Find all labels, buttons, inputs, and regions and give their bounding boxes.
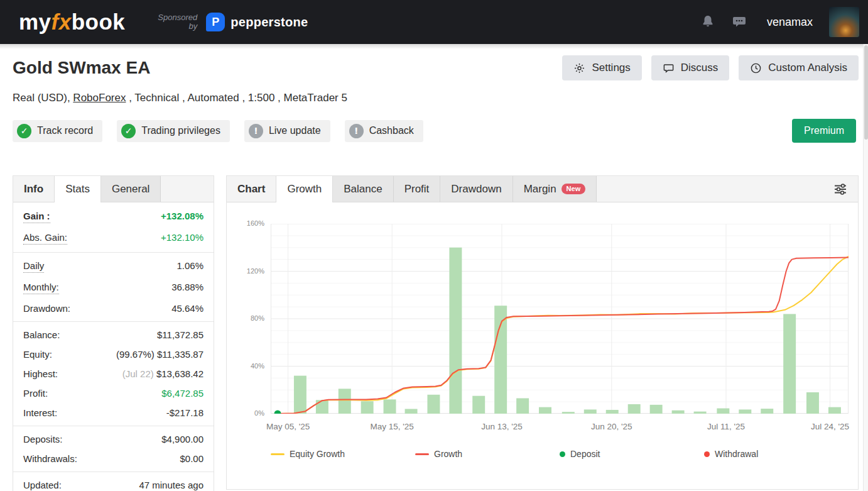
- chart-settings-sliders-icon[interactable]: [833, 182, 848, 197]
- tab-drawdown[interactable]: Drawdown: [440, 176, 513, 202]
- legend-withdrawal[interactable]: Withdrawal: [704, 449, 849, 459]
- gain-bar[interactable]: [606, 410, 619, 414]
- stat-label: Daily: [23, 260, 44, 273]
- check-circle-icon: ✓: [17, 124, 31, 138]
- badge-track-record[interactable]: ✓ Track record: [13, 120, 102, 142]
- stat-value: $11,372.85: [157, 329, 203, 340]
- notifications-bell-icon[interactable]: [700, 14, 715, 30]
- gain-bar[interactable]: [783, 314, 796, 414]
- avatar[interactable]: [829, 7, 859, 37]
- gain-bar[interactable]: [650, 405, 663, 414]
- stat-label: Deposits:: [23, 434, 63, 444]
- gain-bar[interactable]: [405, 409, 418, 414]
- stat-value: 1.06%: [176, 260, 203, 271]
- tab-profit[interactable]: Profit: [394, 176, 441, 202]
- exclamation-circle-icon: !: [249, 124, 263, 138]
- badge-live-update[interactable]: ! Live update: [244, 120, 330, 142]
- gain-bar[interactable]: [562, 412, 575, 414]
- logo-fx-text: fx: [52, 9, 72, 34]
- tab-chart[interactable]: Chart: [227, 176, 276, 202]
- tab-margin[interactable]: Margin New: [513, 176, 597, 202]
- stats-table: Gain :+132.08%Abs. Gain:+132.10%Daily1.0…: [13, 202, 214, 491]
- page-scrollbar[interactable]: [863, 44, 868, 491]
- y-axis-label: 160%: [234, 219, 264, 227]
- username[interactable]: venamax: [767, 16, 813, 29]
- divider: [13, 321, 214, 322]
- gain-bar[interactable]: [294, 376, 307, 414]
- tab-general[interactable]: General: [101, 176, 161, 202]
- tab-stats[interactable]: Stats: [54, 176, 101, 202]
- gain-bar[interactable]: [828, 407, 841, 414]
- page-title: Gold SWmax EA: [13, 58, 150, 78]
- gain-bar[interactable]: [316, 400, 328, 414]
- tab-growth[interactable]: Growth: [276, 176, 333, 202]
- stat-row: Deposits:$4,900.00: [13, 429, 214, 449]
- stat-row: Balance:$11,372.85: [13, 325, 214, 345]
- legend-growth[interactable]: Growth: [415, 449, 560, 459]
- chat-bubble-icon: [663, 62, 675, 74]
- clock-icon: [750, 62, 762, 74]
- stat-row: Abs. Gain:+132.10%: [13, 228, 214, 249]
- x-axis-label: May 05, '25: [266, 422, 310, 431]
- x-axis-label: May 15, '25: [371, 422, 414, 431]
- y-axis-label: 120%: [234, 267, 264, 275]
- divider: [13, 472, 214, 472]
- gain-bar[interactable]: [494, 306, 507, 414]
- sponsored-by-label: Sponsored by: [158, 13, 197, 31]
- gain-bar[interactable]: [628, 404, 641, 414]
- badge-trading-privileges[interactable]: ✓ Trading privileges: [117, 120, 230, 142]
- gain-bar[interactable]: [449, 248, 462, 414]
- gain-bar[interactable]: [739, 409, 751, 414]
- stat-label: Monthly:: [23, 282, 59, 294]
- deposit-marker[interactable]: [274, 411, 281, 414]
- gain-bar[interactable]: [761, 409, 773, 414]
- gain-bar[interactable]: [539, 407, 551, 414]
- pepperstone-link[interactable]: P pepperstone: [206, 13, 308, 31]
- stat-row: Monthly:36.88%: [13, 277, 214, 299]
- x-axis-label: Jun 20, '25: [591, 422, 632, 431]
- premium-button[interactable]: Premium: [792, 119, 856, 143]
- discuss-button[interactable]: Discuss: [651, 55, 730, 80]
- scrollbar-thumb[interactable]: [864, 45, 868, 140]
- gain-bar[interactable]: [427, 395, 440, 414]
- pepperstone-wordmark: pepperstone: [231, 15, 308, 30]
- gain-bar[interactable]: [584, 409, 597, 414]
- stat-value-prefix: (99.67%): [116, 349, 157, 360]
- tab-info[interactable]: Info: [13, 176, 54, 202]
- logo-text-2: book: [72, 9, 126, 34]
- legend-marker: [704, 451, 710, 457]
- legend-equity-growth[interactable]: Equity Growth: [271, 449, 415, 459]
- y-axis-label: 0%: [234, 409, 264, 417]
- divider: [13, 252, 214, 253]
- pepperstone-icon: P: [206, 13, 225, 31]
- stat-row: Profit:$6,472.85: [13, 383, 214, 403]
- legend-deposit[interactable]: Deposit: [560, 449, 704, 459]
- messages-icon[interactable]: [732, 14, 747, 30]
- gain-bar[interactable]: [672, 411, 685, 414]
- tab-balance[interactable]: Balance: [333, 176, 393, 202]
- gain-bar[interactable]: [717, 409, 729, 414]
- gain-bar[interactable]: [339, 389, 351, 414]
- badge-cashback[interactable]: ! Cashback: [345, 120, 423, 142]
- gain-bar[interactable]: [472, 396, 485, 414]
- gain-bar[interactable]: [384, 399, 396, 414]
- gain-bar[interactable]: [806, 392, 819, 414]
- stat-label: Highest:: [23, 368, 58, 379]
- stat-row: Equity:(99.67%) $11,335.87: [13, 345, 214, 364]
- stat-label: Abs. Gain:: [23, 232, 67, 245]
- stat-value: $0.00: [180, 453, 203, 464]
- broker-link[interactable]: RoboForex: [73, 92, 126, 104]
- custom-analysis-button[interactable]: Custom Analysis: [739, 55, 859, 80]
- settings-button[interactable]: Settings: [562, 55, 641, 80]
- check-circle-icon: ✓: [121, 124, 136, 138]
- gain-bar[interactable]: [516, 398, 529, 414]
- myfxbook-logo[interactable]: myfxbook: [19, 9, 125, 35]
- gain-bar[interactable]: [694, 412, 707, 414]
- gain-bar[interactable]: [361, 401, 374, 414]
- legend-marker: [415, 453, 429, 455]
- growth-chart[interactable]: [271, 224, 849, 414]
- stat-row: Daily1.06%: [13, 256, 214, 277]
- stat-value: +132.08%: [161, 211, 203, 221]
- x-axis-label: Jun 13, '25: [481, 422, 523, 431]
- page: myfxbook Sponsored by P pepperstone vena…: [0, 0, 868, 491]
